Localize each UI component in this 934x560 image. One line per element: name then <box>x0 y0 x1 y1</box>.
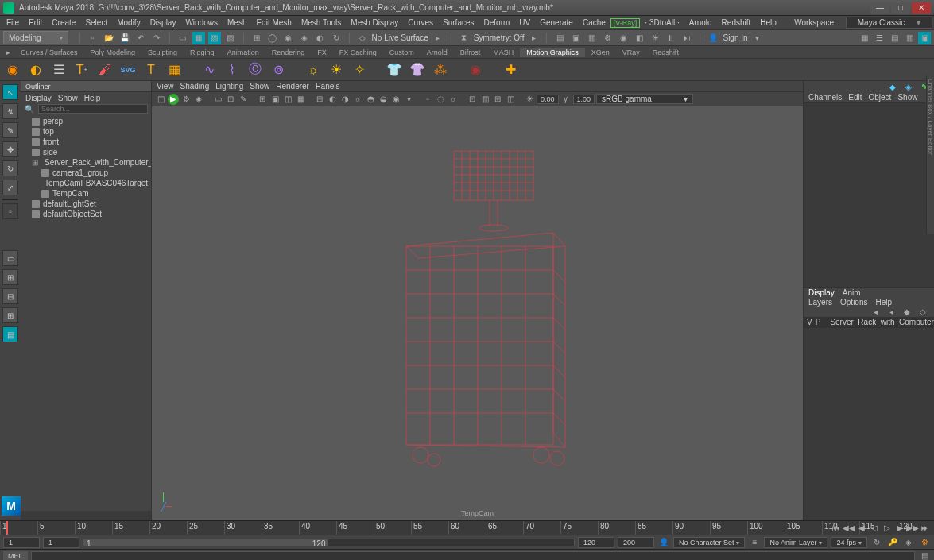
shelf-tab-xgen[interactable]: XGen <box>585 48 616 57</box>
attribute-icon[interactable]: ◈ <box>902 80 915 93</box>
lock-camera-icon[interactable]: ▶ <box>168 94 179 105</box>
layer-visible-toggle[interactable]: V <box>807 318 812 326</box>
menu-mesh[interactable]: Mesh <box>223 17 251 29</box>
render-setup-icon[interactable]: ◧ <box>633 32 645 44</box>
render-settings-icon[interactable]: ⚙ <box>601 32 614 44</box>
layer-tab-anim[interactable]: Anim <box>843 288 861 297</box>
outliner-node[interactable]: defaultObjectSet <box>22 209 149 219</box>
menu-uv[interactable]: UV <box>514 17 535 29</box>
step-back-icon[interactable]: ◀ <box>856 522 867 533</box>
grease-pencil-icon[interactable]: ✎ <box>238 94 249 105</box>
view-menu-panels[interactable]: Panels <box>316 82 340 91</box>
select-component-icon[interactable]: ▧ <box>224 32 237 44</box>
menu-mesh-display[interactable]: Mesh Display <box>346 17 403 29</box>
shelf-tab-sculpting[interactable]: Sculpting <box>141 48 184 57</box>
xray-toggle-icon[interactable]: ▤ <box>888 32 901 44</box>
pause-vp-icon[interactable]: ◫ <box>505 94 516 105</box>
gate-mask-icon[interactable]: ▦ <box>295 94 306 105</box>
shelf-curve1-icon[interactable]: ∿ <box>200 60 219 79</box>
color-icon[interactable]: ▥ <box>479 94 490 105</box>
range-start-field[interactable]: 1 <box>43 537 79 548</box>
outliner-search-input[interactable] <box>38 104 148 114</box>
layer-menu-layers[interactable]: Layers <box>808 298 832 307</box>
outliner-node[interactable]: ⊞Server_Rack_with_Computer_and_Mo <box>22 157 149 168</box>
channel-menu-object[interactable]: Object <box>869 93 892 102</box>
two-pane-v-icon[interactable]: ⊞ <box>2 307 18 323</box>
set-key-icon[interactable]: ◈ <box>902 536 915 549</box>
step-forward-icon[interactable]: ▶ <box>894 522 905 533</box>
shelf-tab-rigging[interactable]: Rigging <box>184 48 221 57</box>
shelf-box-icon[interactable]: ▦ <box>165 60 184 79</box>
shelf-svg-paint-icon[interactable]: 🖌 <box>95 60 114 79</box>
outliner-node[interactable]: camera1_group <box>22 168 149 178</box>
3d-view[interactable]: │╱─ TempCam <box>152 106 803 520</box>
xray-joints-icon[interactable]: ☼ <box>448 94 459 105</box>
menu-windows[interactable]: Windows <box>180 17 223 29</box>
time-cursor[interactable] <box>6 521 8 535</box>
layer-name[interactable]: Server_Rack_with_Computer_a <box>830 318 934 326</box>
menu-mesh-tools[interactable]: Mesh Tools <box>296 17 346 29</box>
attribute-editor-toggle-icon[interactable]: ▥ <box>903 32 916 44</box>
save-scene-icon[interactable]: 💾 <box>118 32 131 44</box>
shelf-tab-fx[interactable]: FX <box>311 48 333 57</box>
menu-help[interactable]: Help <box>755 17 781 29</box>
side-tab-label[interactable]: Channel Box / Layer Editor <box>926 75 934 234</box>
shelf-menu-icon[interactable]: ▸ <box>2 46 14 59</box>
menu-generate[interactable]: Generate <box>535 17 578 29</box>
scale-tool-icon[interactable]: ⤢ <box>2 180 18 195</box>
toggle-icon[interactable]: ⏯ <box>680 32 693 44</box>
shelf-wave-icon[interactable]: ⊚ <box>269 60 288 79</box>
four-pane-icon[interactable]: ⊞ <box>2 269 18 285</box>
outliner-menu-help[interactable]: Help <box>84 94 101 102</box>
camera-settings-icon[interactable]: ⚙ <box>180 94 192 105</box>
shelf-tab-redshift[interactable]: Redshift <box>646 48 685 57</box>
layer-list-body[interactable] <box>804 328 934 512</box>
exposure-field[interactable]: 0.00 <box>537 95 559 104</box>
shelf-tab-animation[interactable]: Animation <box>221 48 265 57</box>
range-end-field[interactable]: 120 <box>578 537 614 548</box>
workspace-selector[interactable]: Maya Classic ▾ <box>846 17 932 29</box>
bookmark-icon[interactable]: ◈ <box>193 94 204 105</box>
loop-icon[interactable]: ↻ <box>870 536 883 549</box>
resolution-gate-icon[interactable]: ◫ <box>282 94 293 105</box>
view-menu-lighting[interactable]: Lighting <box>215 82 243 91</box>
select-tool-icon[interactable]: ↖ <box>2 84 18 100</box>
live-dropdown-icon[interactable]: ▸ <box>432 32 444 44</box>
menu-edit-mesh[interactable]: Edit Mesh <box>251 17 296 29</box>
snap-curve-icon[interactable]: ◯ <box>266 32 279 44</box>
command-input[interactable] <box>31 551 915 561</box>
undo-icon[interactable]: ↶ <box>134 32 147 44</box>
outliner-node[interactable]: TempCam <box>22 188 149 199</box>
depth-icon[interactable]: ⊡ <box>467 94 478 105</box>
shelf-tab-curves[interactable]: Curves / Surfaces <box>14 48 84 57</box>
channel-box[interactable] <box>804 103 934 287</box>
shelf-svg-icon[interactable]: SVG <box>118 60 138 79</box>
shaded-icon[interactable]: ◐ <box>327 94 338 105</box>
menu-edit[interactable]: Edit <box>24 17 47 29</box>
pause-icon[interactable]: ⏸ <box>665 32 677 44</box>
time-slider[interactable]: 1510152025303540455055606570758085909510… <box>0 520 934 535</box>
shelf-curve2-icon[interactable]: ⌇ <box>223 60 242 79</box>
2d-pan-icon[interactable]: ⊡ <box>225 94 236 105</box>
shelf-spot-icon[interactable]: ✧ <box>350 60 369 79</box>
menu-select[interactable]: Select <box>80 17 112 29</box>
maximize-button[interactable]: □ <box>891 2 910 14</box>
menu-display[interactable]: Display <box>145 17 181 29</box>
lasso-tool-icon[interactable]: ↯ <box>2 103 18 119</box>
shelf-curl-icon[interactable]: Ⓒ <box>246 60 265 79</box>
auto-key-icon[interactable]: 🔑 <box>886 536 899 549</box>
menu-3dtoall[interactable]: · 3DtoAll · <box>640 17 684 29</box>
shelf-cloth2-icon[interactable]: 👚 <box>408 60 427 79</box>
hud-toggle-icon[interactable]: ☰ <box>873 32 886 44</box>
outliner-node[interactable]: TempCamFBXASC046Target <box>22 178 149 188</box>
channel-menu-channels[interactable]: Channels <box>808 93 842 102</box>
outliner-pane-icon[interactable]: ▤ <box>2 326 18 342</box>
outliner-node[interactable]: defaultLightSet <box>22 199 149 209</box>
light-editor-icon[interactable]: ☀ <box>649 32 661 44</box>
snap-live-icon[interactable]: ◐ <box>314 32 327 44</box>
step-back-key-icon[interactable]: ◀◀ <box>843 522 855 533</box>
wireframe-icon[interactable]: ⊟ <box>314 94 325 105</box>
color-space-selector[interactable]: sRGB gamma▾ <box>596 94 693 104</box>
script-lang-button[interactable]: MEL <box>3 551 28 561</box>
signin-label[interactable]: Sign In <box>723 33 747 42</box>
